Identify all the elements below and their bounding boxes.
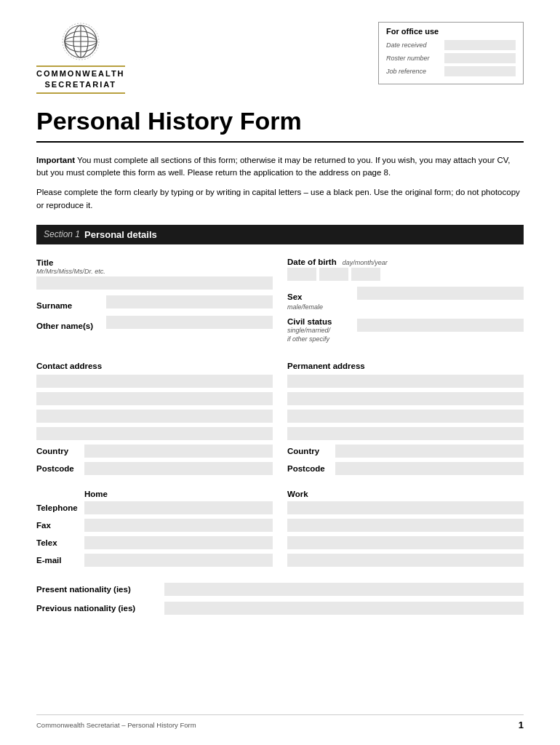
other-names-label: Other name(s) <box>36 322 102 330</box>
important-text: You must complete all sections of this f… <box>36 156 511 177</box>
contact-address-line3[interactable] <box>36 410 273 423</box>
email-label: E-mail <box>36 556 80 565</box>
office-use-row-roster: Roster number <box>386 53 516 63</box>
nationality-section: Present nationality (ies) Previous natio… <box>36 583 524 615</box>
logo-area: COMMONWEALTH SECRETARIAT <box>36 22 125 94</box>
dob-year-input[interactable] <box>351 268 380 281</box>
fax-home-row: Fax <box>36 519 273 532</box>
permanent-country-row: Country <box>287 445 524 458</box>
surname-field-row: Surname <box>36 295 273 310</box>
sex-sublabel: male/female <box>287 303 323 311</box>
telephone-label: Telephone <box>36 503 80 512</box>
title-field-area: Title Mr/Mrs/Miss/Ms/Dr. etc. <box>36 258 273 290</box>
important-notice: Important You must complete all sections… <box>36 154 524 180</box>
page-title: Personal History Form <box>36 107 524 135</box>
contact-postcode-row: Postcode <box>36 462 273 475</box>
title-divider <box>36 141 524 143</box>
telephone-work-row <box>287 501 524 514</box>
org-name: COMMONWEALTH SECRETARIAT <box>36 65 125 94</box>
permanent-country-label: Country <box>287 447 331 455</box>
sex-label: Sex <box>287 292 353 301</box>
section1-title: Personal details <box>84 229 157 240</box>
telex-home-row: Telex <box>36 536 273 549</box>
job-reference-field[interactable] <box>444 66 516 76</box>
previous-nationality-input[interactable] <box>164 602 524 615</box>
telephone-home-row: Telephone <box>36 501 273 514</box>
telephone-section: Telephone Fax Telex E-mail <box>36 501 524 571</box>
surname-label: Surname <box>36 301 102 310</box>
dob-sublabel: day/month/year <box>343 259 388 266</box>
contact-address-line4[interactable] <box>36 427 273 440</box>
present-nationality-label: Present nationality (ies) <box>36 585 160 594</box>
office-use-box: For office use Date received Roster numb… <box>378 22 524 84</box>
sex-field-row: Sex male/female <box>287 287 524 311</box>
date-received-field[interactable] <box>444 40 516 50</box>
permanent-postcode-label: Postcode <box>287 464 331 473</box>
permanent-postcode-input[interactable] <box>335 462 524 475</box>
contact-country-input[interactable] <box>84 445 273 458</box>
permanent-country-input[interactable] <box>335 445 524 458</box>
telephone-work-input[interactable] <box>287 501 524 514</box>
present-nationality-row: Present nationality (ies) <box>36 583 524 596</box>
contact-address-line1[interactable] <box>36 375 273 388</box>
contact-country-row: Country <box>36 445 273 458</box>
present-nationality-input[interactable] <box>164 583 524 596</box>
other-names-input[interactable] <box>106 316 273 329</box>
dob-label: Date of birth <box>287 258 337 266</box>
sex-input[interactable] <box>357 287 524 300</box>
contact-postcode-label: Postcode <box>36 464 80 473</box>
permanent-address-line4[interactable] <box>287 427 524 440</box>
tel-work-col <box>287 501 524 571</box>
address-section: Contact address Country Postcode Permane… <box>36 362 524 479</box>
telex-work-input[interactable] <box>287 536 524 549</box>
tel-home-col: Telephone Fax Telex E-mail <box>36 501 273 571</box>
footer: Commonwealth Secretariat – Personal Hist… <box>36 714 524 730</box>
dob-month-input[interactable] <box>319 268 348 281</box>
contact-address-line2[interactable] <box>36 392 273 405</box>
civil-status-row: Civil status single/married/if other spe… <box>287 317 524 344</box>
permanent-address-line1[interactable] <box>287 375 524 388</box>
civil-status-input[interactable] <box>357 319 524 332</box>
personal-left-col: Title Mr/Mrs/Miss/Ms/Dr. etc. Surname Ot… <box>36 258 273 350</box>
surname-input[interactable] <box>106 295 273 308</box>
fax-home-input[interactable] <box>84 519 273 532</box>
email-home-row: E-mail <box>36 554 273 567</box>
email-work-row <box>287 554 524 567</box>
telex-label: Telex <box>36 538 80 547</box>
previous-nationality-row: Previous nationality (ies) <box>36 602 524 615</box>
dob-day-input[interactable] <box>287 268 316 281</box>
contact-address-col: Contact address Country Postcode <box>36 362 273 479</box>
section1-header: Section 1 Personal details <box>36 225 524 244</box>
page: COMMONWEALTH SECRETARIAT For office use … <box>0 0 560 745</box>
tel-header-row: Home Work <box>36 490 524 498</box>
job-reference-label: Job reference <box>386 68 439 75</box>
personal-right-col: Date of birth day/month/year Sex male/fe… <box>287 258 524 350</box>
dob-inputs <box>287 268 524 281</box>
telephone-home-input[interactable] <box>84 501 273 514</box>
globe-icon <box>61 22 100 61</box>
email-home-input[interactable] <box>84 554 273 567</box>
permanent-address-line2[interactable] <box>287 392 524 405</box>
work-header: Work <box>287 490 524 498</box>
fax-work-input[interactable] <box>287 519 524 532</box>
title-field-sublabel: Mr/Mrs/Miss/Ms/Dr. etc. <box>36 268 273 275</box>
section1-number: Section 1 <box>44 229 80 239</box>
office-use-title: For office use <box>386 27 516 36</box>
second-notice: Please complete the form clearly by typi… <box>36 186 524 212</box>
date-received-label: Date received <box>386 41 439 49</box>
permanent-address-line3[interactable] <box>287 410 524 423</box>
roster-number-label: Roster number <box>386 55 439 62</box>
header: COMMONWEALTH SECRETARIAT For office use … <box>36 22 524 94</box>
roster-number-field[interactable] <box>444 53 516 63</box>
title-field-label: Title <box>36 258 53 267</box>
previous-nationality-label: Previous nationality (ies) <box>36 604 160 613</box>
permanent-address-header: Permanent address <box>287 362 524 370</box>
telex-home-input[interactable] <box>84 536 273 549</box>
title-input[interactable] <box>36 276 273 290</box>
email-work-input[interactable] <box>287 554 524 567</box>
contact-postcode-input[interactable] <box>84 462 273 475</box>
org-line2: SECRETARIAT <box>36 79 125 90</box>
footer-text: Commonwealth Secretariat – Personal Hist… <box>36 721 196 729</box>
contact-address-header: Contact address <box>36 362 273 370</box>
telex-work-row <box>287 536 524 549</box>
